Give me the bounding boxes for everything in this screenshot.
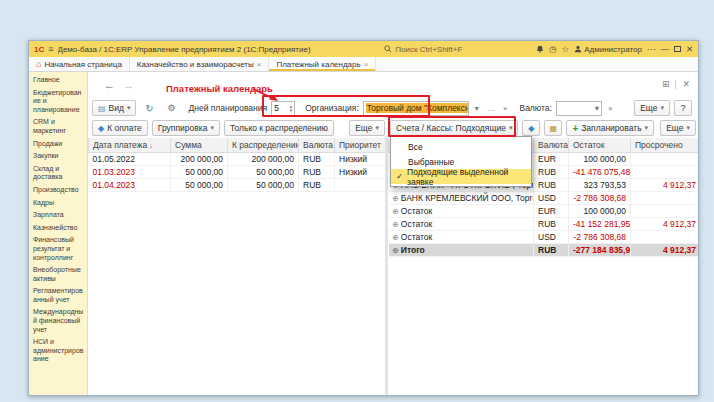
chevron-down-icon: ▾: [375, 124, 379, 132]
refresh-button[interactable]: ↻: [140, 100, 158, 116]
plan-button[interactable]: + Запланировать ▾: [566, 120, 654, 136]
payments-header-row: Дата платежа↓ Сумма К распределению Валю…: [89, 138, 386, 152]
column-header-overdue[interactable]: Просрочено: [631, 138, 699, 152]
tab-treasury[interactable]: Казначейство и взаиморасчеты ×: [130, 57, 270, 71]
stepper-arrows[interactable]: ▴ ▾: [290, 104, 293, 112]
grouping-button[interactable]: Группировка ▾: [152, 120, 220, 136]
minimize-icon[interactable]: —: [660, 45, 669, 54]
sidebar-item-budgeting[interactable]: Бюджетирование и планирование: [33, 89, 85, 115]
view-button[interactable]: ▤ Вид ▾: [92, 100, 136, 116]
gear-icon: ⚙: [167, 103, 175, 113]
window-title: Демо-база / 1С:ERP Управление предприяти…: [58, 45, 311, 54]
favorites-star-icon[interactable]: ☆: [562, 45, 570, 54]
app-window: 1С ≡ Демо-база / 1С:ERP Управление предп…: [28, 40, 699, 396]
column-header-dist[interactable]: К распределению: [228, 138, 299, 152]
tab-home[interactable]: ⌂ Начальная страница: [29, 57, 130, 71]
column-header-currency[interactable]: Валюта: [534, 138, 569, 152]
organization-field[interactable]: Торговый дом "Комплексный": [363, 101, 469, 116]
sidebar-item-production[interactable]: Производство: [33, 186, 85, 195]
expand-icon[interactable]: ⊕: [393, 246, 399, 255]
sections-sidebar: Главное Бюджетирование и планирование CR…: [29, 72, 88, 395]
planning-days-stepper[interactable]: 5 ▴ ▾: [271, 101, 295, 116]
titlebar-more-icon[interactable]: ⋯: [647, 45, 656, 54]
expand-icon[interactable]: ⊕: [393, 233, 399, 242]
sort-desc-icon: ↓: [149, 142, 153, 149]
form-header: ← → ⊞ ✕: [88, 72, 698, 98]
tab-close-icon[interactable]: ×: [257, 60, 262, 69]
more-button-settings[interactable]: Еще ▾: [634, 100, 670, 116]
balance-row[interactable]: ⊕Остаток USD -2 786 308,68: [389, 230, 699, 243]
organization-open-icon[interactable]: …: [485, 104, 497, 113]
column-header-priority[interactable]: Приоритет: [335, 138, 386, 152]
tab-close-icon[interactable]: ×: [364, 60, 369, 69]
pay-button[interactable]: ◆ К оплате: [92, 120, 148, 136]
sidebar-item-main[interactable]: Главное: [33, 76, 85, 85]
menu-item-matching[interactable]: ✓ Подходящие выделенной заявке: [391, 169, 531, 184]
sidebar-item-assets[interactable]: Внеоборотные активы: [33, 266, 85, 283]
accounts-grid-button[interactable]: ▦: [544, 120, 562, 136]
accounts-filter-button[interactable]: Счета / Кассы: Подходящие ▾: [390, 120, 518, 136]
more-button-payments[interactable]: Еще ▾: [349, 120, 385, 136]
sidebar-item-sales[interactable]: Продажи: [33, 140, 85, 149]
search-placeholder: Поиск Ctrl+Shift+F: [395, 45, 462, 54]
help-button[interactable]: ?: [674, 100, 692, 116]
payments-pane: Дата платежа↓ Сумма К распределению Валю…: [88, 138, 385, 395]
expand-icon[interactable]: ⊕: [393, 194, 399, 203]
form-close-icon[interactable]: ✕: [682, 79, 690, 89]
sidebar-item-hr[interactable]: Кадры: [33, 199, 85, 208]
column-header-balance[interactable]: Остаток: [569, 138, 631, 152]
column-header-sum[interactable]: Сумма: [171, 138, 228, 152]
organization-label: Организация:: [305, 103, 359, 113]
balance-row[interactable]: ⊕Остаток EUR 100 000,00: [389, 204, 699, 217]
total-row[interactable]: ⊕Итого RUB -277 184 835,99 4 912,37: [389, 243, 699, 256]
more-button-accounts[interactable]: Еще ▾: [660, 120, 696, 136]
account-row[interactable]: ⊕БАНК КРЕМЛЕВСКИЙ ООО, Торговый до... US…: [389, 191, 699, 204]
sidebar-item-purchases[interactable]: Закупки: [33, 152, 85, 161]
tab-payment-calendar[interactable]: Платежный календарь ×: [269, 57, 376, 71]
settings-toolbar: ▤ Вид ▾ ↻ ⚙ Дней планирования 5 ▴ ▾ О: [88, 98, 698, 118]
planning-days-label: Дней планирования: [188, 103, 267, 113]
payment-row[interactable]: 01.05.2022 200 000,00 200 000,00 RUB Низ…: [89, 152, 386, 165]
notifications-bell-icon[interactable]: [536, 45, 544, 53]
title-bar: 1С ≡ Демо-база / 1С:ERP Управление предп…: [29, 41, 698, 57]
sidebar-item-regulated[interactable]: Регламентированный учет: [33, 287, 85, 304]
sidebar-item-treasury[interactable]: Казначейство: [33, 224, 85, 233]
organization-clear-icon[interactable]: ×: [501, 104, 510, 113]
payment-row[interactable]: 01.03.2023 50 000,00 50 000,00 RUB Низки…: [89, 165, 386, 178]
view-icon: ▤: [98, 104, 106, 113]
1c-logo-icon: 1С: [34, 45, 44, 54]
sidebar-item-ifrs[interactable]: Международный финансовый учет: [33, 308, 85, 334]
home-icon: ⌂: [36, 59, 41, 69]
expand-icon[interactable]: ⊕: [393, 220, 399, 229]
sidebar-item-nsi[interactable]: НСИ и администрирование: [33, 338, 85, 364]
balance-row[interactable]: ⊕Остаток RUB -41 152 281,95 4 912,37: [389, 217, 699, 230]
accounts-diamond-button[interactable]: ◆: [522, 120, 540, 136]
sidebar-item-crm[interactable]: CRM и маркетинг: [33, 118, 85, 135]
search-icon: [384, 45, 392, 53]
only-distribution-toggle[interactable]: Только к распределению: [224, 120, 334, 136]
organization-choose-icon[interactable]: ▾: [473, 104, 481, 113]
settings-button[interactable]: ⚙: [162, 100, 180, 116]
form-windows-icon[interactable]: ⊞: [662, 79, 670, 89]
currency-choose-icon[interactable]: ▾: [595, 103, 599, 113]
commands-toolbar: ◆ К оплате Группировка ▾ Только к распре…: [88, 118, 698, 138]
currency-clear-icon[interactable]: ×: [606, 104, 615, 113]
expand-icon[interactable]: ⊕: [393, 207, 399, 216]
close-icon[interactable]: ✕: [686, 45, 693, 54]
maximize-icon[interactable]: [674, 46, 681, 52]
forward-icon[interactable]: →: [123, 79, 134, 91]
payment-row[interactable]: 01.04.2023 50 000,00 50 000,00 RUB: [89, 178, 386, 191]
global-search[interactable]: Поиск Ctrl+Shift+F: [384, 45, 462, 54]
sidebar-item-payroll[interactable]: Зарплата: [33, 211, 85, 220]
main-menu-icon[interactable]: ≡: [48, 44, 53, 54]
sidebar-item-warehouse[interactable]: Склад и доставка: [33, 165, 85, 182]
column-header-date[interactable]: Дата платежа↓: [89, 138, 171, 152]
step-down-icon[interactable]: ▾: [290, 108, 293, 112]
back-icon[interactable]: ←: [104, 79, 115, 91]
column-header-currency[interactable]: Валюта: [299, 138, 335, 152]
current-user[interactable]: Администратор: [574, 45, 642, 54]
currency-field[interactable]: ▾: [556, 101, 602, 116]
menu-item-all[interactable]: Все: [391, 139, 531, 154]
history-clock-icon[interactable]: ◷: [549, 45, 556, 54]
sidebar-item-finresult[interactable]: Финансовый результат и контроллинг: [33, 236, 85, 262]
